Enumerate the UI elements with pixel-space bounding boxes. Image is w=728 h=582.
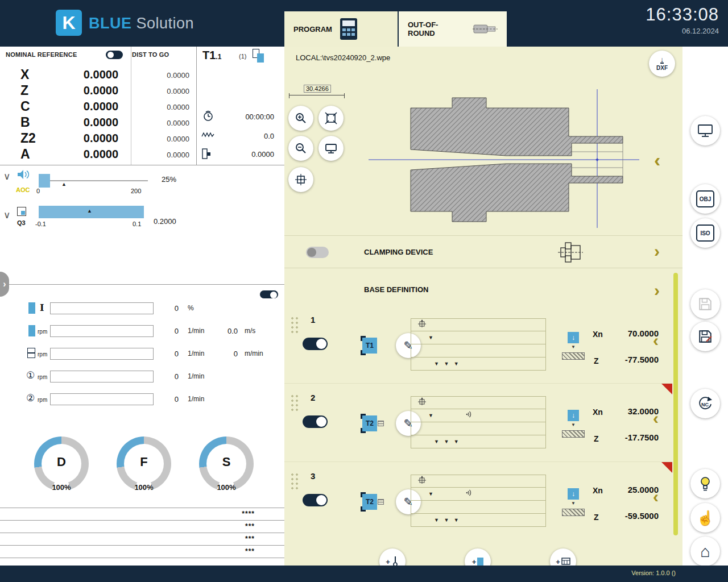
- approach-arrow-icon: ▼: [571, 422, 576, 427]
- nominal-reference-toggle[interactable]: [106, 51, 123, 59]
- spindle-bar-icon: [28, 325, 35, 336]
- save-button[interactable]: [690, 289, 720, 319]
- tool-chip[interactable]: T2: [362, 415, 377, 431]
- row-collapse-chevron[interactable]: ‹: [653, 488, 659, 505]
- row-enable-toggle[interactable]: [303, 415, 328, 428]
- home-icon: ⌂: [700, 542, 710, 561]
- out-of-round-part-icon: [473, 20, 498, 38]
- q3-collapse-chevron[interactable]: ∨: [3, 209, 10, 221]
- potentiometer-unit: %: [188, 304, 194, 312]
- dxf-export-button[interactable]: ↓ DXF: [649, 51, 675, 77]
- dimension-line: [289, 95, 345, 99]
- footer-bar: Version: 1.0.0 (): [0, 566, 728, 582]
- base-definition-chevron[interactable]: ›: [654, 282, 660, 299]
- zoom-fit-button[interactable]: [318, 106, 344, 131]
- dropdown-icon[interactable]: ▼: [428, 335, 433, 340]
- feed-speed-input[interactable]: [50, 348, 154, 360]
- feed-override-label: AOC: [16, 186, 30, 193]
- vibration-icon: [201, 131, 215, 141]
- zoom-out-button[interactable]: [288, 136, 313, 161]
- clamping-open-chevron[interactable]: ›: [654, 243, 660, 260]
- tool-feed-icon: [27, 348, 35, 358]
- center-view-button[interactable]: [288, 167, 313, 192]
- iso-file-icon: ISO: [696, 225, 714, 242]
- clamping-device-row: CLAMPING DEVICE ›: [284, 235, 682, 268]
- obj-file-button[interactable]: OBJ: [690, 184, 720, 214]
- view-mode-button[interactable]: [318, 136, 344, 161]
- row-parameter-box: ▼ ▼ ▼ ▼: [411, 318, 546, 371]
- feed-collapse-chevron[interactable]: ∨: [3, 171, 10, 182]
- dropdown-icon[interactable]: ▼: [428, 491, 433, 497]
- drag-handle[interactable]: [289, 393, 298, 411]
- part-drawing: [364, 88, 643, 232]
- save-icon: [698, 297, 713, 311]
- potentiometer-input[interactable]: [50, 302, 154, 314]
- scrollbar[interactable]: [673, 273, 678, 535]
- sound-monitor-icon: [465, 410, 473, 421]
- base-row-2: 2 T2 ✎ ▼ ▼ ▼ ▼ ↓ ▼ Xn 32.0000 Z -17.7500…: [284, 383, 672, 460]
- feed-slider-marker[interactable]: ▲: [61, 181, 67, 187]
- row-parameter-box: ▼ ▼ ▼ ▼: [411, 475, 546, 527]
- action-sidebar: OBJ ISO NC ☝ ⌂: [682, 47, 728, 566]
- status-line-list: **** *** *** ***: [0, 508, 284, 558]
- row-enable-toggle[interactable]: [303, 338, 328, 350]
- drag-handle[interactable]: [289, 471, 298, 489]
- aux-spindle2-unit: 1/min: [188, 395, 204, 403]
- speaker-icon: [17, 169, 31, 182]
- spindle-speed-value: 0: [165, 327, 179, 335]
- clamping-device-icon: [557, 240, 584, 267]
- clamping-device-toggle[interactable]: [306, 247, 329, 258]
- drag-handle[interactable]: [289, 315, 298, 333]
- position-icon: [417, 476, 427, 487]
- aux-spindle2-input[interactable]: [50, 393, 154, 405]
- download-icon: ↓: [660, 56, 664, 64]
- status-line: ***: [0, 521, 284, 533]
- expand-options-icon[interactable]: ▼ ▼ ▼: [434, 517, 461, 523]
- feed-slider-track[interactable]: [39, 180, 148, 181]
- aux-spindle1-input[interactable]: [50, 371, 154, 383]
- program-panel: LOCAL:\tvs20240920_2.wpe ↓ DXF 30.4266: [284, 47, 682, 566]
- position-icon: [417, 319, 427, 330]
- sound-monitor-icon: [465, 489, 473, 499]
- nominal-reference-label: NOMINAL REFERENCE: [6, 51, 77, 58]
- feed-slider-fill[interactable]: [39, 174, 50, 188]
- stock-surface-icon: [562, 352, 585, 360]
- tool-direction-icon: ↓: [568, 332, 579, 343]
- axis-row: X0.00000.0000: [0, 67, 196, 83]
- surface-speed-value: 0.0: [218, 327, 238, 335]
- zoom-in-button[interactable]: [288, 106, 313, 131]
- tab-program[interactable]: PROGRAM: [284, 11, 398, 47]
- dropdown-icon[interactable]: ▼: [428, 413, 433, 418]
- aux-spindle1-unit: 1/min: [188, 372, 204, 380]
- drawing-collapse-chevron[interactable]: ‹: [654, 150, 660, 169]
- spindle-one-icon: ①: [26, 369, 35, 381]
- base-definition-label: BASE DEFINITION: [364, 285, 428, 294]
- home-button[interactable]: ⌂: [690, 537, 720, 566]
- row-enable-toggle[interactable]: [303, 494, 328, 506]
- nc-transfer-icon: NC: [697, 396, 713, 411]
- lightbulb-icon: [699, 476, 712, 492]
- q3-slider-marker[interactable]: ▲: [87, 208, 92, 214]
- iso-file-button[interactable]: ISO: [690, 218, 720, 248]
- expand-options-icon[interactable]: ▼ ▼ ▼: [434, 361, 461, 367]
- tool-chip[interactable]: T2: [362, 494, 377, 510]
- row-index: 2: [311, 393, 315, 402]
- save-as-button[interactable]: [690, 322, 720, 351]
- light-button[interactable]: [690, 469, 720, 498]
- tool-chip[interactable]: T1: [362, 338, 377, 354]
- clamping-device-label: CLAMPING DEVICE: [364, 248, 433, 256]
- override-gauge-d: D 100%: [34, 436, 91, 493]
- spindle-speed-input[interactable]: [50, 325, 154, 337]
- nc-transfer-button[interactable]: NC: [690, 389, 720, 418]
- z-label: Z: [594, 434, 599, 443]
- display-settings-button[interactable]: [690, 116, 720, 146]
- row-collapse-chevron[interactable]: ‹: [653, 332, 659, 349]
- feed-override-value: 25%: [162, 175, 176, 184]
- manual-section-toggle[interactable]: [259, 290, 279, 299]
- top-bar: K BLUE Solution PROGRAM OUT-OF-ROUND 16:…: [0, 0, 728, 47]
- feed-speed-unit: 1/min: [188, 350, 204, 357]
- tab-out-of-round[interactable]: OUT-OF-ROUND: [398, 11, 507, 47]
- expand-options-icon[interactable]: ▼ ▼ ▼: [434, 439, 461, 444]
- row-collapse-chevron[interactable]: ‹: [653, 410, 659, 427]
- touch-mode-button[interactable]: ☝: [690, 503, 720, 533]
